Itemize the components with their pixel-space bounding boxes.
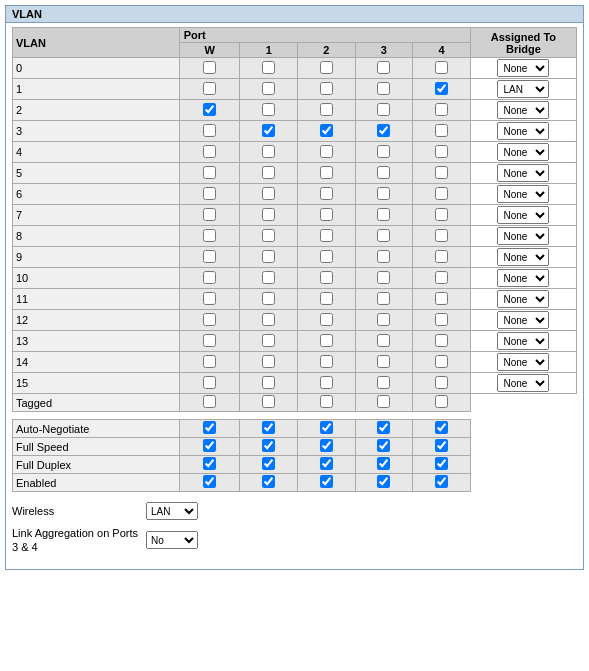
setting-Enabled-p3-checkbox[interactable] (377, 475, 390, 488)
vlan-9-bridge-select[interactable]: NoneLANWAN (497, 248, 549, 266)
vlan-10-bridge-select[interactable]: NoneLANWAN (497, 269, 549, 287)
vlan-5-p4-checkbox[interactable] (435, 166, 448, 179)
vlan-15-p1-checkbox[interactable] (262, 376, 275, 389)
setting-Enabled-w-checkbox[interactable] (203, 475, 216, 488)
setting-Full Speed-p2-checkbox[interactable] (320, 439, 333, 452)
setting-Auto-Negotiate-p2-checkbox[interactable] (320, 421, 333, 434)
vlan-5-p2-checkbox[interactable] (320, 166, 333, 179)
vlan-4-p3-checkbox[interactable] (377, 145, 390, 158)
setting-Auto-Negotiate-p1-checkbox[interactable] (262, 421, 275, 434)
vlan-4-w-checkbox[interactable] (203, 145, 216, 158)
vlan-7-p2-checkbox[interactable] (320, 208, 333, 221)
vlan-3-bridge-select[interactable]: NoneLANWAN (497, 122, 549, 140)
vlan-12-p1-checkbox[interactable] (262, 313, 275, 326)
vlan-3-p2-checkbox[interactable] (320, 124, 333, 137)
vlan-7-p1-checkbox[interactable] (262, 208, 275, 221)
vlan-13-p4-checkbox[interactable] (435, 334, 448, 347)
vlan-7-p3-checkbox[interactable] (377, 208, 390, 221)
vlan-13-bridge-select[interactable]: NoneLANWAN (497, 332, 549, 350)
vlan-0-w-checkbox[interactable] (203, 61, 216, 74)
vlan-6-w-checkbox[interactable] (203, 187, 216, 200)
vlan-15-bridge-select[interactable]: NoneLANWAN (497, 374, 549, 392)
vlan-2-p3-checkbox[interactable] (377, 103, 390, 116)
setting-Full Speed-w-checkbox[interactable] (203, 439, 216, 452)
vlan-0-p2-checkbox[interactable] (320, 61, 333, 74)
vlan-15-p4-checkbox[interactable] (435, 376, 448, 389)
vlan-4-p2-checkbox[interactable] (320, 145, 333, 158)
vlan-2-w-checkbox[interactable] (203, 103, 216, 116)
vlan-12-p4-checkbox[interactable] (435, 313, 448, 326)
vlan-15-w-checkbox[interactable] (203, 376, 216, 389)
vlan-12-w-checkbox[interactable] (203, 313, 216, 326)
vlan-1-bridge-select[interactable]: NoneLANWAN (497, 80, 549, 98)
vlan-14-p3-checkbox[interactable] (377, 355, 390, 368)
tagged-w-checkbox[interactable] (203, 395, 216, 408)
vlan-12-bridge-select[interactable]: NoneLANWAN (497, 311, 549, 329)
vlan-11-w-checkbox[interactable] (203, 292, 216, 305)
vlan-5-bridge-select[interactable]: NoneLANWAN (497, 164, 549, 182)
vlan-5-w-checkbox[interactable] (203, 166, 216, 179)
vlan-13-p1-checkbox[interactable] (262, 334, 275, 347)
vlan-14-bridge-select[interactable]: NoneLANWAN (497, 353, 549, 371)
setting-Auto-Negotiate-p3-checkbox[interactable] (377, 421, 390, 434)
vlan-2-p1-checkbox[interactable] (262, 103, 275, 116)
vlan-6-p1-checkbox[interactable] (262, 187, 275, 200)
setting-Full Speed-p1-checkbox[interactable] (262, 439, 275, 452)
vlan-10-p3-checkbox[interactable] (377, 271, 390, 284)
vlan-10-p2-checkbox[interactable] (320, 271, 333, 284)
vlan-2-p2-checkbox[interactable] (320, 103, 333, 116)
vlan-6-p2-checkbox[interactable] (320, 187, 333, 200)
vlan-15-p3-checkbox[interactable] (377, 376, 390, 389)
setting-Full Duplex-p3-checkbox[interactable] (377, 457, 390, 470)
vlan-3-p1-checkbox[interactable] (262, 124, 275, 137)
vlan-0-p4-checkbox[interactable] (435, 61, 448, 74)
setting-Full Duplex-w-checkbox[interactable] (203, 457, 216, 470)
vlan-6-bridge-select[interactable]: NoneLANWAN (497, 185, 549, 203)
vlan-11-p4-checkbox[interactable] (435, 292, 448, 305)
setting-Enabled-p4-checkbox[interactable] (435, 475, 448, 488)
vlan-9-p2-checkbox[interactable] (320, 250, 333, 263)
vlan-5-p3-checkbox[interactable] (377, 166, 390, 179)
vlan-8-p3-checkbox[interactable] (377, 229, 390, 242)
vlan-14-w-checkbox[interactable] (203, 355, 216, 368)
vlan-14-p2-checkbox[interactable] (320, 355, 333, 368)
vlan-3-w-checkbox[interactable] (203, 124, 216, 137)
vlan-10-p4-checkbox[interactable] (435, 271, 448, 284)
vlan-13-p2-checkbox[interactable] (320, 334, 333, 347)
vlan-15-p2-checkbox[interactable] (320, 376, 333, 389)
setting-Full Speed-p3-checkbox[interactable] (377, 439, 390, 452)
vlan-12-p2-checkbox[interactable] (320, 313, 333, 326)
tagged-p3-checkbox[interactable] (377, 395, 390, 408)
vlan-0-p3-checkbox[interactable] (377, 61, 390, 74)
vlan-1-p3-checkbox[interactable] (377, 82, 390, 95)
link-aggregation-select[interactable]: NoYes (146, 531, 198, 549)
vlan-7-bridge-select[interactable]: NoneLANWAN (497, 206, 549, 224)
vlan-11-p3-checkbox[interactable] (377, 292, 390, 305)
vlan-4-bridge-select[interactable]: NoneLANWAN (497, 143, 549, 161)
vlan-10-p1-checkbox[interactable] (262, 271, 275, 284)
vlan-9-p3-checkbox[interactable] (377, 250, 390, 263)
setting-Enabled-p2-checkbox[interactable] (320, 475, 333, 488)
tagged-p1-checkbox[interactable] (262, 395, 275, 408)
vlan-9-p4-checkbox[interactable] (435, 250, 448, 263)
vlan-1-p1-checkbox[interactable] (262, 82, 275, 95)
tagged-p2-checkbox[interactable] (320, 395, 333, 408)
vlan-11-p2-checkbox[interactable] (320, 292, 333, 305)
vlan-14-p4-checkbox[interactable] (435, 355, 448, 368)
wireless-select[interactable]: NoneLANWAN (146, 502, 198, 520)
vlan-8-bridge-select[interactable]: NoneLANWAN (497, 227, 549, 245)
vlan-14-p1-checkbox[interactable] (262, 355, 275, 368)
vlan-2-bridge-select[interactable]: NoneLANWAN (497, 101, 549, 119)
setting-Full Duplex-p1-checkbox[interactable] (262, 457, 275, 470)
vlan-0-bridge-select[interactable]: NoneLANWAN (497, 59, 549, 77)
vlan-1-p4-checkbox[interactable] (435, 82, 448, 95)
vlan-2-p4-checkbox[interactable] (435, 103, 448, 116)
vlan-1-w-checkbox[interactable] (203, 82, 216, 95)
vlan-3-p3-checkbox[interactable] (377, 124, 390, 137)
vlan-8-p4-checkbox[interactable] (435, 229, 448, 242)
vlan-10-w-checkbox[interactable] (203, 271, 216, 284)
vlan-3-p4-checkbox[interactable] (435, 124, 448, 137)
vlan-0-p1-checkbox[interactable] (262, 61, 275, 74)
vlan-7-p4-checkbox[interactable] (435, 208, 448, 221)
vlan-6-p4-checkbox[interactable] (435, 187, 448, 200)
